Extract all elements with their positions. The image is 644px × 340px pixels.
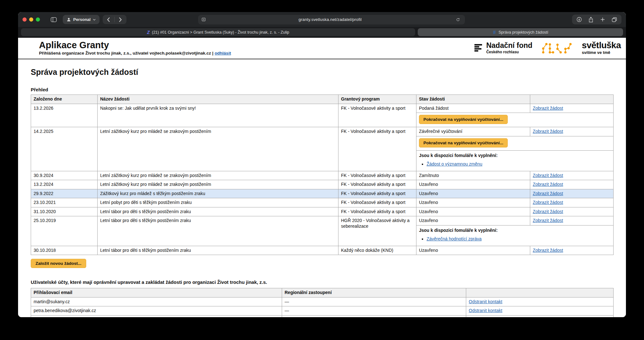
remove-contact-link[interactable]: Odstranit kontakt <box>469 308 502 313</box>
view-application-link[interactable]: Zobrazit žádost <box>533 248 563 253</box>
account-email: martin@sukany.cz <box>31 297 282 306</box>
forms-cell: Jsou k dispozici fomuláře k vyplnění:Žád… <box>416 150 614 171</box>
application-name: Letní zážitkový kurz pro mládež se zrako… <box>98 180 338 189</box>
accounts-table-header-row: Přihlašovací email Regionální zastoupení <box>31 288 614 298</box>
chevron-down-icon <box>93 19 96 21</box>
remove-contact-link[interactable]: Odstranit kontakt <box>469 299 502 304</box>
view-application-link[interactable]: Zobrazit žádost <box>533 106 563 111</box>
sidebar-toggle-button[interactable] <box>48 15 60 24</box>
column-header-program: Grantový program <box>338 95 416 104</box>
account-actions-cell: Odstranit kontakt <box>466 306 614 316</box>
application-status: Uzavřeno <box>416 216 530 226</box>
application-program: Každý něco dokáže (KND) <box>338 246 416 255</box>
account-region: — <box>282 315 466 317</box>
application-name: Letní tábor pro děti s těžkým postižením… <box>98 246 338 255</box>
application-row: 13.2.2026Nakopni se: Jak udělat prvník k… <box>31 104 614 113</box>
application-status: Závěrečné vyúčtování <box>416 127 530 136</box>
application-status: Uzavřeno <box>416 246 530 255</box>
application-program: FK - Volnočasové aktivity a sport <box>338 171 416 180</box>
application-date: 25.10.2019 <box>31 216 98 246</box>
tab-sprava-zadosti[interactable]: Správa projektových žádostí <box>418 28 623 36</box>
forward-button[interactable] <box>115 15 126 24</box>
application-status: Uzavřeno <box>416 189 530 198</box>
svetluska-title: světluška <box>582 41 621 50</box>
user-icon <box>67 17 71 22</box>
application-date: 23.10.2021 <box>31 198 98 207</box>
downloads-button[interactable] <box>573 15 585 24</box>
application-date: 31.10.2020 <box>31 207 98 216</box>
nadacni-fond-logo: Nadační fond Českého rozhlasu <box>474 42 532 54</box>
forms-cell: Jsou k dispozici fomuláře k vyplnění:Záv… <box>416 225 614 246</box>
navigation-buttons <box>103 15 126 24</box>
view-application-link[interactable]: Zobrazit žádost <box>533 191 563 196</box>
close-window-button[interactable] <box>23 17 27 22</box>
application-date: 13.2.2026 <box>31 104 98 127</box>
tab-zulip[interactable]: Z (21) #01 Organizacni > Grant Svetluska… <box>21 28 415 36</box>
profile-switcher[interactable]: Personal <box>63 15 100 24</box>
reload-icon <box>456 17 460 22</box>
application-actions-cell: Zobrazit žádost <box>530 104 614 113</box>
nadacni-fond-subtitle: Českého rozhlasu <box>486 50 532 54</box>
forms-list: Závěrečná hodnotící zpráva <box>419 236 611 242</box>
application-row: 31.10.2020Letní tábor pro děti s těžkým … <box>31 207 614 216</box>
application-actions-cell: Zobrazit žádost <box>530 180 614 189</box>
plus-icon <box>600 17 605 22</box>
tab-label: (21) #01 Organizacni > Grant Svetluska (… <box>152 30 289 35</box>
application-program: HGŘ 2020 - Volnočasové aktivity a sebere… <box>338 216 416 246</box>
accounts-table-body: martin@sukany.cz—Odstranit kontaktpetra.… <box>31 297 614 317</box>
page-format-icon <box>201 17 206 22</box>
new-application-button[interactable]: Založit novou žádost... <box>31 259 86 268</box>
application-row: 30.9.2024Letní zážitkový kurz pro mládež… <box>31 171 614 180</box>
view-application-link[interactable]: Zobrazit žádost <box>533 129 563 134</box>
application-program: FK - Volnočasové aktivity a sport <box>338 189 416 198</box>
form-list-item: Závěrečná hodnotící zpráva <box>427 236 611 242</box>
application-name: Letní zážitkový kurz pro mládež se zrako… <box>98 127 338 171</box>
application-actions-cell: Zobrazit žádost <box>530 189 614 198</box>
column-header-email: Přihlašovací email <box>31 288 282 298</box>
nadacni-fond-title: Nadační fond <box>486 42 532 49</box>
back-icon <box>107 17 110 22</box>
reload-button[interactable] <box>454 16 462 23</box>
continue-filling-button[interactable]: Pokračovat na vyplňování vyúčtování... <box>419 138 508 147</box>
application-date: 29.9.2022 <box>31 189 98 198</box>
back-button[interactable] <box>103 15 114 24</box>
application-date: 30.9.2024 <box>31 171 98 180</box>
application-date: 14.2.2025 <box>31 127 98 171</box>
forms-available-label: Jsou k dispozici fomuláře k vyplnění: <box>419 153 611 159</box>
site-header: Aplikace Granty Přihlášená organizace Ži… <box>18 38 626 59</box>
favicon-bars-icon <box>493 30 496 34</box>
view-application-link[interactable]: Zobrazit žádost <box>533 218 563 223</box>
form-link[interactable]: Žádost o významnou změnu <box>427 161 482 167</box>
column-header-remove <box>466 288 614 298</box>
forms-available-label: Jsou k dispozici fomuláře k vyplnění: <box>419 228 611 233</box>
application-name: Letní zážitkový kurz pro mládež se zrako… <box>98 171 338 180</box>
form-link[interactable]: Závěrečná hodnotící zpráva <box>427 236 482 241</box>
application-status: Uzavřeno <box>416 198 530 207</box>
application-row: 14.2.2025Letní zážitkový kurz pro mládež… <box>31 127 614 136</box>
application-status: Zamítnuto <box>416 171 530 180</box>
page-title: Správa projektových žádostí <box>31 68 613 77</box>
view-application-link[interactable]: Zobrazit žádost <box>533 182 563 187</box>
continue-filling-button[interactable]: Pokračovat na vyplňování vyúčtování... <box>419 115 508 124</box>
view-application-link[interactable]: Zobrazit žádost <box>533 173 563 178</box>
new-tab-button[interactable] <box>597 15 609 24</box>
svetluska-logo: světluška svítíme ve tmě <box>582 41 621 55</box>
address-bar[interactable]: granty.svetluska.net/zadatel/profil <box>198 15 465 24</box>
share-button[interactable] <box>585 15 597 24</box>
application-program: FK - Volnočasové aktivity a sport <box>338 198 416 207</box>
application-status: Uzavřeno <box>416 207 530 216</box>
logout-link[interactable]: odhlásit <box>215 51 231 56</box>
application-program: FK - Volnočasové aktivity a sport <box>338 207 416 216</box>
tab-overview-button[interactable] <box>609 15 620 24</box>
column-header-region: Regionální zastoupení <box>282 288 466 298</box>
toolbar-actions <box>572 15 621 24</box>
application-name: Letní pobyt pro děti s těžkým postižením… <box>98 198 338 207</box>
view-application-link[interactable]: Zobrazit žádost <box>533 209 563 214</box>
view-application-link[interactable]: Zobrazit žádost <box>533 200 563 205</box>
overview-heading: Přehled <box>31 87 613 92</box>
application-name: Letní tábor pro děti s těžkým postižením… <box>98 216 338 246</box>
zoom-window-button[interactable] <box>36 17 40 22</box>
application-program: FK - Volnočasové aktivity a sport <box>338 180 416 189</box>
tab-overview-icon <box>612 17 617 22</box>
minimize-window-button[interactable] <box>29 17 33 22</box>
